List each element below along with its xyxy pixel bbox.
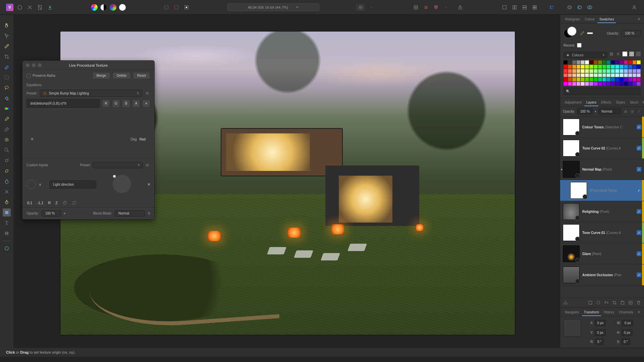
range-11-button[interactable]: -1,1 bbox=[37, 201, 43, 205]
layer-thumbnail[interactable] bbox=[563, 245, 580, 262]
arrange-2-icon[interactable] bbox=[511, 4, 518, 11]
fx-icon[interactable] bbox=[604, 300, 609, 305]
swatch-search-input[interactable] bbox=[564, 88, 641, 95]
anchor-selector[interactable] bbox=[564, 319, 581, 337]
deg-label[interactable]: Deg bbox=[130, 137, 137, 141]
swatch-cell[interactable] bbox=[620, 73, 624, 77]
w-input[interactable]: 0 px bbox=[622, 320, 633, 326]
swatch-cell[interactable] bbox=[624, 73, 628, 77]
swatch-cell[interactable] bbox=[598, 82, 602, 86]
swatch-cell[interactable] bbox=[615, 77, 619, 81]
pen-tool-icon[interactable] bbox=[3, 198, 11, 206]
swatch-cell[interactable] bbox=[589, 69, 593, 73]
arrange-1-icon[interactable] bbox=[501, 4, 508, 11]
swatch-cell[interactable] bbox=[594, 82, 598, 86]
layer-visible-checkbox[interactable]: ✓ bbox=[637, 125, 641, 129]
swatch-cell[interactable] bbox=[585, 60, 589, 64]
layer-row[interactable]: Colour Tones (Selective C✓ bbox=[560, 117, 644, 138]
split-bw-icon[interactable] bbox=[100, 4, 107, 11]
swatch-cell[interactable] bbox=[624, 69, 628, 73]
lasso-tool-icon[interactable] bbox=[3, 84, 11, 92]
ci-variable[interactable]: v bbox=[39, 183, 46, 186]
swatch-cell[interactable] bbox=[611, 82, 615, 86]
swatch-cell[interactable] bbox=[585, 69, 589, 73]
layer-thumbnail[interactable] bbox=[570, 182, 587, 199]
persona-export-icon[interactable] bbox=[46, 4, 54, 11]
swatch-cell[interactable] bbox=[637, 77, 641, 81]
swatch-cell[interactable] bbox=[577, 82, 581, 86]
swatch-cell[interactable] bbox=[611, 73, 615, 77]
tab-colour[interactable]: Colour bbox=[583, 16, 597, 23]
swatch-cell[interactable] bbox=[572, 69, 576, 73]
s-input[interactable]: 0 ° bbox=[621, 339, 630, 345]
ci-remove-icon[interactable]: × bbox=[148, 182, 150, 187]
swatch-cell[interactable] bbox=[598, 60, 602, 64]
swatch-cell[interactable] bbox=[611, 60, 615, 64]
swatch-cell[interactable] bbox=[594, 77, 598, 81]
swatch-cell[interactable] bbox=[606, 73, 610, 77]
swatch-cell[interactable] bbox=[633, 65, 637, 69]
checkbox-icon[interactable] bbox=[26, 74, 31, 78]
swatch-cell[interactable] bbox=[564, 77, 568, 81]
swatch-cell[interactable] bbox=[606, 69, 610, 73]
paint-brush-tool-icon[interactable] bbox=[3, 115, 11, 123]
snap-icon[interactable] bbox=[422, 4, 430, 11]
swatch-cell[interactable] bbox=[615, 69, 619, 73]
swatch-cell[interactable] bbox=[568, 82, 572, 86]
swatch-cell[interactable] bbox=[637, 60, 641, 64]
channel-r-button[interactable]: R bbox=[102, 100, 110, 108]
layer-name[interactable]: Tone Curve 01 (Curves A bbox=[582, 231, 634, 235]
add-none-swatch[interactable] bbox=[629, 52, 634, 56]
x-input[interactable]: 0 px bbox=[595, 320, 606, 326]
window-traffic-lights[interactable] bbox=[26, 63, 42, 67]
procedural-texture-dialog[interactable]: Live Procedural Texture Preserve Alpha M… bbox=[22, 60, 155, 220]
mask-icon[interactable] bbox=[588, 300, 593, 305]
panel-menu-icon[interactable]: ≡ bbox=[636, 16, 641, 23]
dlg-opacity-input[interactable]: 100 % bbox=[42, 210, 61, 217]
merge-button[interactable]: Merge bbox=[92, 72, 110, 79]
swatch-cell[interactable] bbox=[585, 82, 589, 86]
add-layer-icon[interactable] bbox=[628, 300, 633, 305]
channel-b-button[interactable]: B bbox=[122, 100, 130, 108]
swatch-cell[interactable] bbox=[606, 77, 610, 81]
text-tool-icon[interactable] bbox=[3, 219, 11, 227]
layer-row[interactable]: Tone Curve 01 (Curves A✓ bbox=[560, 222, 644, 243]
swatch-cell[interactable] bbox=[633, 73, 637, 77]
swatch-cell[interactable] bbox=[581, 60, 585, 64]
swatch-cell[interactable] bbox=[628, 77, 632, 81]
swatch-cell[interactable] bbox=[637, 69, 641, 73]
close-window-icon[interactable] bbox=[26, 63, 30, 67]
equation-preset-select[interactable]: Simple Bump Map Lighting ⇅ bbox=[40, 89, 142, 97]
clone-tool-icon[interactable] bbox=[3, 136, 11, 144]
adjustment-icon[interactable] bbox=[596, 300, 601, 305]
swatch-cell[interactable] bbox=[602, 60, 606, 64]
swatch-cell[interactable] bbox=[585, 77, 589, 81]
tab-adjustment[interactable]: Adjustment bbox=[563, 99, 584, 106]
colour-opacity-input[interactable]: 100 % bbox=[621, 30, 641, 37]
swatch-cell[interactable] bbox=[585, 73, 589, 77]
swatch-cell[interactable] bbox=[572, 60, 576, 64]
swatch-cell[interactable] bbox=[581, 65, 585, 69]
flood-fill-tool-icon[interactable] bbox=[3, 94, 11, 102]
white-icon[interactable] bbox=[119, 4, 126, 11]
swatch-cell[interactable] bbox=[624, 77, 628, 81]
real-r-button[interactable]: R bbox=[48, 201, 51, 205]
blur-tool-icon[interactable] bbox=[3, 177, 11, 185]
swatch-cell[interactable] bbox=[589, 82, 593, 86]
arrange-3-icon[interactable] bbox=[521, 4, 528, 11]
swatch-cell[interactable] bbox=[581, 69, 585, 73]
panel-menu-icon[interactable]: ≡ bbox=[641, 99, 644, 106]
layer-row[interactable]: Glare (Pixel)✓ bbox=[560, 243, 644, 264]
swatch-cell[interactable] bbox=[589, 60, 593, 64]
mesh-tool-icon[interactable] bbox=[3, 229, 11, 237]
swatch-cell[interactable] bbox=[572, 65, 576, 69]
swatch-cell[interactable] bbox=[602, 65, 606, 69]
layer-visible-checkbox[interactable]: ✓ bbox=[637, 167, 641, 172]
persona-develop-icon[interactable] bbox=[36, 4, 44, 11]
layer-name[interactable]: Colour Tones (Selective C bbox=[582, 125, 634, 129]
loop-icon[interactable] bbox=[72, 200, 76, 205]
swatch-cell[interactable] bbox=[598, 77, 602, 81]
preset-menu-icon[interactable] bbox=[145, 91, 150, 96]
swatch-cell[interactable] bbox=[633, 60, 637, 64]
swatch-cell[interactable] bbox=[633, 69, 637, 73]
